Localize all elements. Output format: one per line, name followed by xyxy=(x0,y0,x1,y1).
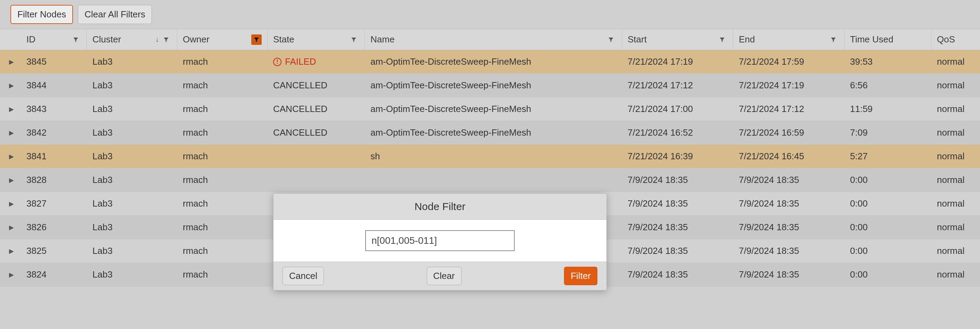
chevron-right-icon[interactable]: ▶ xyxy=(6,153,14,160)
cell-end: 7/9/2024 18:35 xyxy=(733,216,845,239)
chevron-right-icon[interactable]: ▶ xyxy=(6,105,14,113)
header-state[interactable]: State xyxy=(267,29,365,50)
sort-indicator-icon: ↓ xyxy=(155,35,159,43)
filter-button[interactable]: Filter xyxy=(564,267,597,285)
header-id[interactable]: ID xyxy=(21,29,87,50)
header-cluster[interactable]: Cluster ↓ xyxy=(87,29,177,50)
cell-start: 7/21/2024 16:52 xyxy=(622,121,733,144)
row-expander[interactable]: ▶ xyxy=(0,97,21,121)
cell-id: 3843 xyxy=(21,97,87,121)
cell-time-used: 0:00 xyxy=(845,168,931,192)
chevron-right-icon[interactable]: ▶ xyxy=(6,200,14,208)
cell-cluster: Lab3 xyxy=(87,145,177,168)
cell-owner: rmach xyxy=(177,239,267,263)
cell-time-used: 0:00 xyxy=(845,239,931,263)
row-expander[interactable]: ▶ xyxy=(0,216,21,239)
cell-start: 7/9/2024 18:35 xyxy=(622,192,733,215)
cell-id: 3841 xyxy=(21,145,87,168)
cell-cluster: Lab3 xyxy=(87,239,177,263)
row-expander[interactable]: ▶ xyxy=(0,50,21,73)
dialog-title: Node Filter xyxy=(274,194,606,220)
state-text: CANCELLED xyxy=(273,127,327,138)
cell-time-used: 0:00 xyxy=(845,216,931,239)
cell-cluster: Lab3 xyxy=(87,97,177,121)
cell-qos: normal xyxy=(931,97,980,121)
cell-name: am-OptimTee-DiscreteSweep-FineMesh xyxy=(365,121,622,144)
filter-icon[interactable] xyxy=(717,34,727,45)
cell-time-used: 7:09 xyxy=(845,121,931,144)
header-expander xyxy=(0,29,21,50)
chevron-right-icon[interactable]: ▶ xyxy=(6,271,14,279)
filter-icon[interactable] xyxy=(70,34,81,45)
filter-icon[interactable] xyxy=(161,34,171,45)
row-expander[interactable]: ▶ xyxy=(0,145,21,168)
cell-end: 7/9/2024 18:35 xyxy=(733,263,845,286)
header-end-label: End xyxy=(739,34,826,45)
cell-end: 7/21/2024 16:45 xyxy=(733,145,845,168)
header-owner-label: Owner xyxy=(183,34,249,45)
header-time-used[interactable]: Time Used xyxy=(845,29,931,50)
row-expander[interactable]: ▶ xyxy=(0,168,21,192)
filter-nodes-button[interactable]: Filter Nodes xyxy=(10,5,73,24)
header-owner[interactable]: Owner xyxy=(177,29,267,50)
chevron-right-icon[interactable]: ▶ xyxy=(6,224,14,231)
cell-cluster: Lab3 xyxy=(87,74,177,97)
table-row[interactable]: ▶3844Lab3rmachCANCELLEDam-OptimTee-Discr… xyxy=(0,74,980,97)
node-filter-input[interactable] xyxy=(365,230,515,251)
cell-start: 7/9/2024 18:35 xyxy=(622,216,733,239)
cell-id: 3842 xyxy=(21,121,87,144)
cell-end: 7/21/2024 17:19 xyxy=(733,74,845,97)
cell-cluster: Lab3 xyxy=(87,121,177,144)
state-text: CANCELLED xyxy=(273,80,327,91)
table-row[interactable]: ▶3845Lab3rmach!FAILEDam-OptimTee-Discret… xyxy=(0,50,980,74)
table-row[interactable]: ▶3843Lab3rmachCANCELLEDam-OptimTee-Discr… xyxy=(0,97,980,121)
cancel-button[interactable]: Cancel xyxy=(283,267,324,285)
header-start[interactable]: Start xyxy=(622,29,733,50)
filter-icon[interactable] xyxy=(828,34,838,45)
alert-icon: ! xyxy=(273,58,282,66)
chevron-right-icon[interactable]: ▶ xyxy=(6,247,14,255)
node-filter-dialog: Node Filter Cancel Clear Filter xyxy=(273,193,607,291)
cell-qos: normal xyxy=(931,50,980,73)
filter-icon[interactable] xyxy=(606,34,616,45)
header-end[interactable]: End xyxy=(733,29,845,50)
cell-id: 3844 xyxy=(21,74,87,97)
cell-state xyxy=(267,145,365,168)
state-text: CANCELLED xyxy=(273,104,327,114)
table-row[interactable]: ▶3842Lab3rmachCANCELLEDam-OptimTee-Discr… xyxy=(0,121,980,145)
row-expander[interactable]: ▶ xyxy=(0,121,21,144)
row-expander[interactable]: ▶ xyxy=(0,263,21,286)
filter-icon[interactable] xyxy=(348,34,359,45)
toolbar: Filter Nodes Clear All Filters xyxy=(0,0,980,29)
cell-start: 7/21/2024 17:12 xyxy=(622,74,733,97)
cell-owner: rmach xyxy=(177,216,267,239)
cell-qos: normal xyxy=(931,263,980,286)
chevron-right-icon[interactable]: ▶ xyxy=(6,129,14,137)
cell-owner: rmach xyxy=(177,97,267,121)
header-qos[interactable]: QoS xyxy=(931,29,980,50)
chevron-right-icon[interactable]: ▶ xyxy=(6,82,14,89)
row-expander[interactable]: ▶ xyxy=(0,192,21,215)
row-expander[interactable]: ▶ xyxy=(0,239,21,263)
table-row[interactable]: ▶3828Lab3rmach7/9/2024 18:357/9/2024 18:… xyxy=(0,168,980,192)
filter-icon[interactable] xyxy=(251,34,262,45)
header-name[interactable]: Name xyxy=(365,29,622,50)
row-expander[interactable]: ▶ xyxy=(0,74,21,97)
chevron-right-icon[interactable]: ▶ xyxy=(6,58,14,66)
table-header-row: ID Cluster ↓ Owner State Name xyxy=(0,29,980,50)
cell-start: 7/9/2024 18:35 xyxy=(622,168,733,192)
clear-all-filters-button[interactable]: Clear All Filters xyxy=(78,5,152,24)
header-start-label: Start xyxy=(628,34,715,45)
cell-qos: normal xyxy=(931,121,980,144)
table-row[interactable]: ▶3841Lab3rmachsh7/21/2024 16:397/21/2024… xyxy=(0,145,980,168)
chevron-right-icon[interactable]: ▶ xyxy=(6,176,14,184)
cell-owner: rmach xyxy=(177,145,267,168)
cell-id: 3828 xyxy=(21,168,87,192)
cell-cluster: Lab3 xyxy=(87,168,177,192)
cell-cluster: Lab3 xyxy=(87,192,177,215)
clear-button[interactable]: Clear xyxy=(427,267,461,285)
cell-start: 7/9/2024 18:35 xyxy=(622,263,733,286)
header-state-label: State xyxy=(273,34,347,45)
cell-state xyxy=(267,168,365,192)
cell-owner: rmach xyxy=(177,74,267,97)
